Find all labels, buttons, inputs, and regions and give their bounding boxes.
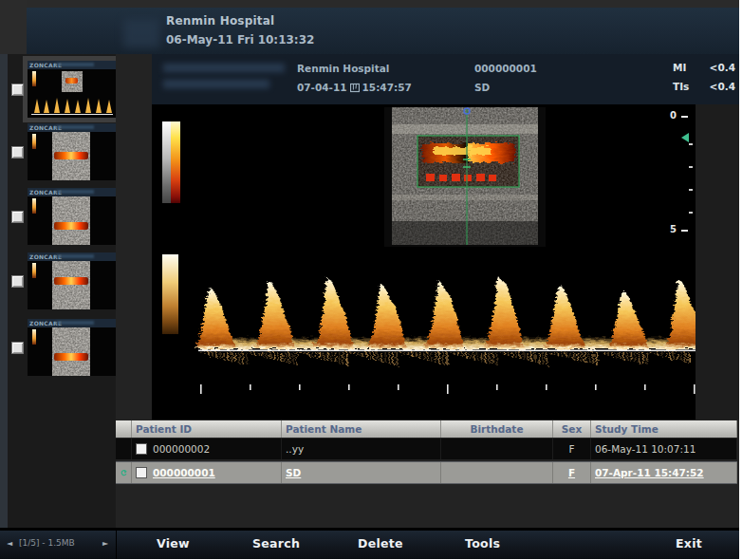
thumbnail-checkbox-1[interactable] bbox=[11, 84, 24, 96]
thumbnail-item-1[interactable]: ZONCARE bbox=[28, 61, 116, 118]
thumbnail-item-2[interactable]: ZONCARE bbox=[28, 123, 116, 180]
screenshot-page: Renmin Hospital 06-May-11 Fri 10:13:32 Z… bbox=[0, 0, 742, 560]
thumbnail-header: ZONCARE bbox=[28, 123, 116, 132]
cell-patient-id: 000000002 bbox=[153, 443, 210, 455]
thumbnail-header: ZONCARE bbox=[28, 252, 116, 261]
mini-doppler-trace bbox=[29, 85, 115, 118]
mini-colorbar bbox=[32, 329, 36, 345]
thumbnail-checkbox-5[interactable] bbox=[11, 342, 24, 354]
header-icon-col bbox=[116, 420, 132, 438]
bottom-toolbar: ◄ [1/5] - 1.5MB ► View Search Delete Too… bbox=[0, 528, 739, 559]
header-study-time[interactable]: Study Time bbox=[591, 420, 737, 438]
delete-button[interactable]: Delete bbox=[358, 536, 403, 551]
tis-label: TIs bbox=[673, 81, 689, 92]
mi-value: <0.4 bbox=[710, 62, 735, 73]
header-sex[interactable]: Sex bbox=[553, 420, 591, 438]
depth-tick bbox=[689, 212, 693, 214]
patient-table: Patient ID Patient Name Birthdate Sex St… bbox=[116, 420, 737, 487]
exam-date: 07-04-11 bbox=[297, 82, 347, 93]
row-checkbox[interactable] bbox=[136, 467, 147, 478]
image-canvas: 0 5 bbox=[152, 104, 696, 420]
mini-colorbar bbox=[32, 263, 36, 278]
thumbnail-preview-color bbox=[28, 261, 116, 309]
mini-bmode bbox=[52, 261, 90, 309]
exam-datetime: 07-04-11 15:47:57 bbox=[297, 82, 412, 93]
exam-hospital: Renmin Hospital bbox=[297, 63, 389, 74]
header-patient-name[interactable]: Patient Name bbox=[282, 420, 441, 438]
hospital-title: Renmin Hospital bbox=[166, 14, 274, 28]
exam-patient-name: SD bbox=[474, 82, 490, 93]
thumbnail-header: ZONCARE bbox=[28, 319, 116, 327]
redacted-logo-blur bbox=[163, 64, 285, 72]
thumbnail-item-5[interactable]: ZONCARE bbox=[28, 319, 116, 376]
depth-tick bbox=[689, 166, 693, 168]
depth-dash-top bbox=[681, 116, 688, 118]
thumbnail-item-4[interactable]: ZONCARE bbox=[28, 252, 116, 309]
thumbnail-header: ZONCARE bbox=[28, 188, 116, 196]
restore-study-icon[interactable] bbox=[120, 466, 127, 479]
cell-patient-name: ..yy bbox=[286, 443, 304, 455]
thumbnail-preview-color bbox=[28, 132, 116, 180]
mini-flow-streak bbox=[54, 152, 88, 159]
mini-flow-streak bbox=[54, 353, 88, 361]
table-row[interactable]: 000000002 ..yy F 06-May-11 10:07:11 bbox=[116, 439, 737, 459]
cell-sex: F bbox=[568, 443, 574, 455]
pager-next-icon[interactable]: ► bbox=[102, 539, 108, 548]
thumbnail-checkbox-2[interactable] bbox=[11, 146, 24, 159]
row-checkbox[interactable] bbox=[136, 443, 147, 455]
cell-study-time: 06-May-11 10:07:11 bbox=[595, 443, 696, 455]
cell-patient-id: 000000001 bbox=[153, 467, 215, 478]
tools-button[interactable]: Tools bbox=[465, 536, 500, 551]
table-row-selected[interactable]: 000000001 SD F 07-Apr-11 15:47:52 bbox=[116, 461, 737, 484]
thumbnail-item-3[interactable]: ZONCARE bbox=[28, 188, 116, 245]
pager-label: [1/5] - 1.5MB bbox=[19, 538, 75, 548]
redacted-text-blur bbox=[56, 254, 94, 258]
weekday-cjk-glyph bbox=[350, 83, 360, 93]
tis-value: <0.4 bbox=[710, 81, 735, 92]
doppler-baseline bbox=[198, 350, 696, 352]
redacted-logo-blur bbox=[123, 19, 159, 47]
mini-colorbar bbox=[32, 198, 36, 214]
redacted-text-blur bbox=[56, 63, 94, 66]
depth-tick bbox=[689, 143, 693, 145]
thumbnail-preview-doppler bbox=[28, 69, 116, 118]
depth-dash-bottom bbox=[681, 230, 688, 232]
header-birthdate[interactable]: Birthdate bbox=[441, 420, 553, 438]
cell-patient-name: SD bbox=[286, 467, 301, 478]
sidebar-edge-strip bbox=[0, 54, 8, 528]
spectral-colorbar bbox=[162, 254, 178, 334]
exit-button[interactable]: Exit bbox=[676, 536, 702, 551]
application-window: Renmin Hospital 06-May-11 Fri 10:13:32 Z… bbox=[0, 0, 739, 556]
mini-colorbar bbox=[32, 71, 36, 86]
mini-flow-spot bbox=[65, 78, 78, 84]
search-button[interactable]: Search bbox=[252, 536, 300, 551]
doppler-spectrum bbox=[195, 269, 699, 397]
mini-bmode bbox=[52, 327, 90, 376]
canvas-right-margin bbox=[696, 104, 739, 420]
mini-flow-streak bbox=[54, 222, 88, 230]
time-scale-ticks bbox=[200, 384, 696, 394]
depth-tick bbox=[689, 189, 693, 191]
exam-info-bar: Renmin Hospital 07-04-11 15:47:57 000000… bbox=[152, 54, 739, 104]
mi-readout: MI <0.4 bbox=[673, 62, 735, 73]
thumbnail-checkbox-3[interactable] bbox=[11, 211, 24, 223]
ultrasound-screen: Renmin Hospital 07-04-11 15:47:57 000000… bbox=[152, 54, 739, 420]
header-patient-id[interactable]: Patient ID bbox=[132, 420, 282, 438]
exam-patient-id: 000000001 bbox=[474, 63, 537, 74]
depth-scale-bottom: 5 bbox=[670, 224, 677, 234]
patient-table-header: Patient ID Patient Name Birthdate Sex St… bbox=[116, 420, 737, 438]
window-titlebar: Renmin Hospital 06-May-11 Fri 10:13:32 bbox=[8, 8, 739, 54]
focus-marker-icon bbox=[681, 133, 689, 142]
thumbnail-header: ZONCARE bbox=[28, 61, 116, 69]
redacted-text-blur bbox=[163, 80, 269, 88]
mini-bmode bbox=[52, 196, 90, 245]
pager-prev-icon[interactable]: ◄ bbox=[7, 539, 12, 548]
thumbnail-preview-color bbox=[28, 196, 116, 245]
redacted-text-blur bbox=[56, 125, 94, 129]
thumbnail-pager: ◄ [1/5] - 1.5MB ► bbox=[0, 531, 117, 559]
thumbnail-checkbox-4[interactable] bbox=[11, 275, 24, 288]
color-roi-box bbox=[417, 136, 519, 187]
view-button[interactable]: View bbox=[157, 536, 190, 551]
bmode-image bbox=[384, 107, 546, 247]
pw-cfm-colorbar bbox=[162, 121, 180, 203]
